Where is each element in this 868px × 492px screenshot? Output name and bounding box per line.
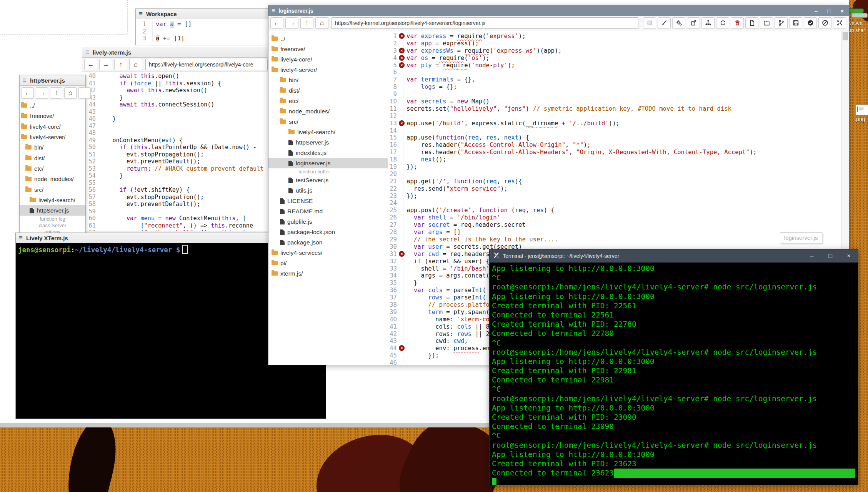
checkbox-icon-button[interactable] xyxy=(643,17,656,29)
forward-button[interactable]: → xyxy=(99,59,112,70)
close-icon[interactable]: × xyxy=(836,8,849,14)
menu-icon[interactable]: ≡ xyxy=(85,48,89,56)
tree-folder-item[interactable]: dist/ xyxy=(268,85,388,96)
tree-file-item[interactable]: LICENSE xyxy=(268,196,388,206)
sitemap-icon-button[interactable] xyxy=(701,17,715,29)
scrollbar-thumb[interactable] xyxy=(843,32,848,40)
tree-folder-item[interactable]: ../ xyxy=(268,33,388,44)
tree-item-label: lively4-core/ xyxy=(30,123,61,130)
error-marker-icon[interactable]: × xyxy=(399,33,405,39)
workspace-titlebar[interactable]: ≡ Workspace xyxy=(136,9,270,19)
tree-folder-item[interactable]: ../ xyxy=(20,100,85,111)
tree-folder-item[interactable]: freenove/ xyxy=(20,111,85,121)
httpserver-file-tree[interactable]: ../freenove/lively4-core/lively4-server/… xyxy=(20,100,85,233)
menu-icon[interactable]: ≡ xyxy=(23,76,27,84)
forward-button[interactable]: → xyxy=(36,87,48,99)
code-line: 52 evt.preventDefault(); xyxy=(82,158,274,165)
tree-folder-item[interactable]: lively4-server/ xyxy=(268,65,388,75)
tree-file-item[interactable]: httpServer.js xyxy=(20,205,85,216)
tree-folder-item[interactable]: dist/ xyxy=(20,153,85,163)
tree-folder-item[interactable]: bin/ xyxy=(20,142,85,153)
up-button[interactable]: ↑ xyxy=(300,17,313,29)
ban-icon-button[interactable] xyxy=(818,17,831,29)
folder-icon-button[interactable] xyxy=(760,17,773,29)
loginserver-file-tree[interactable]: ../freenove/lively4-core/lively4-server/… xyxy=(268,30,388,365)
tree-folder-item[interactable]: lively4-core/ xyxy=(20,121,85,132)
check-circle-icon-button[interactable] xyxy=(804,17,817,29)
gears-icon-button[interactable] xyxy=(672,17,685,29)
lively-xterm-code-editor[interactable]: 40 await this.open()41 if (force || !thi… xyxy=(82,71,274,231)
code-text xyxy=(403,171,407,178)
save-icon-button[interactable] xyxy=(789,17,802,29)
tree-file-item[interactable]: testServer.js xyxy=(268,175,388,185)
home-button[interactable]: ⌂ xyxy=(129,59,142,70)
pipes-icon[interactable] xyxy=(848,7,867,19)
menu-icon[interactable]: ≡ xyxy=(19,234,23,242)
tree-folder-item[interactable]: node_modules/ xyxy=(20,174,85,184)
tree-folder-item[interactable]: src/ xyxy=(268,116,388,127)
extra-nav-button[interactable] xyxy=(78,87,91,99)
menu-icon[interactable]: ≡ xyxy=(272,7,275,14)
up-button[interactable]: ↑ xyxy=(114,59,127,70)
loginserver-titlebar[interactable]: ≡ loginserver.js – □ × xyxy=(268,6,849,16)
tree-file-item[interactable]: httpServer.js xyxy=(268,137,388,148)
tree-folder-item[interactable]: lively4-core/ xyxy=(268,54,388,65)
menu-icon[interactable]: ≡ xyxy=(139,10,143,18)
tree-file-item[interactable]: gulpfile.js xyxy=(268,216,388,227)
error-marker-icon[interactable]: × xyxy=(399,55,405,61)
terminal-titlebar[interactable]: Terminal - jens@sensorpi: ~/lively4/live… xyxy=(490,249,858,263)
tree-file-item[interactable]: utils.js xyxy=(268,185,388,196)
image-thumbnail-icon[interactable] xyxy=(855,105,868,115)
tree-folder-item[interactable]: lively4-services/ xyxy=(268,248,388,258)
error-marker-icon[interactable]: × xyxy=(399,120,405,126)
tree-file-item[interactable]: README.md xyxy=(268,206,388,216)
tree-item-annotation: function log xyxy=(20,216,85,222)
tree-folder-item[interactable]: lively4-server/ xyxy=(20,132,85,142)
tree-folder-item[interactable]: bin/ xyxy=(268,75,388,85)
error-marker-icon[interactable]: × xyxy=(399,62,405,68)
line-number: 20 xyxy=(388,171,403,178)
tree-folder-item[interactable]: etc/ xyxy=(20,163,85,174)
tree-file-item[interactable]: package.json xyxy=(268,237,388,248)
error-marker-icon[interactable]: × xyxy=(399,48,405,53)
sync-icon-button[interactable] xyxy=(716,17,729,29)
tree-folder-item[interactable]: src/ xyxy=(20,184,85,194)
tree-folder-item[interactable]: xterm.js/ xyxy=(268,268,388,279)
tree-file-item[interactable]: loginserver.js xyxy=(268,158,388,168)
tree-folder-item[interactable]: etc/ xyxy=(268,96,388,106)
up-button[interactable]: ↑ xyxy=(50,87,62,99)
tree-file-item[interactable]: indexfiles.js xyxy=(268,148,388,158)
brush-icon-button[interactable] xyxy=(658,17,671,29)
tree-folder-item[interactable]: lively4-search/ xyxy=(20,195,85,205)
close-icon[interactable]: × xyxy=(840,253,858,259)
tree-item-label: node_modules/ xyxy=(34,176,74,182)
tree-folder-item[interactable]: lively4-search/ xyxy=(268,127,388,137)
tree-folder-item[interactable]: node_modules/ xyxy=(268,106,388,116)
home-button[interactable]: ⌂ xyxy=(315,17,328,29)
code-branch-icon-button[interactable] xyxy=(775,17,788,29)
forward-button[interactable]: → xyxy=(285,17,298,29)
external-link-icon-button[interactable] xyxy=(687,17,700,29)
lively-xterm-titlebar[interactable]: ≡ lively-xterm.js xyxy=(82,47,274,58)
expand-icon-button[interactable] xyxy=(833,17,846,29)
workspace-editor[interactable]: 1var a = []23a += [1] xyxy=(136,19,270,45)
tree-folder-item[interactable]: pi/ xyxy=(268,258,388,268)
minimize-icon[interactable]: – xyxy=(810,8,823,14)
error-marker-icon[interactable]: × xyxy=(399,251,405,257)
back-button[interactable]: ← xyxy=(270,17,283,29)
terminal-body[interactable]: App listening to http://0.0.0.0:3000^Cro… xyxy=(490,263,858,485)
url-input[interactable] xyxy=(145,59,268,70)
tree-file-item[interactable]: package-lock.json xyxy=(268,227,388,237)
trash-icon-button[interactable] xyxy=(731,17,744,29)
maximize-icon[interactable]: □ xyxy=(821,253,840,259)
back-button[interactable]: ← xyxy=(22,87,34,99)
terminal-line: App listening to http://0.0.0.0:3000 xyxy=(492,292,858,301)
httpserver-titlebar[interactable]: ≡ httpServer.js xyxy=(20,75,85,86)
home-button[interactable]: ⌂ xyxy=(64,87,77,99)
minimize-icon[interactable]: – xyxy=(803,253,821,259)
tree-folder-item[interactable]: freenove/ xyxy=(268,44,388,54)
maximize-icon[interactable]: □ xyxy=(823,8,836,14)
file-icon-button[interactable] xyxy=(745,17,758,29)
url-input[interactable] xyxy=(332,17,638,29)
back-button[interactable]: ← xyxy=(84,59,97,70)
